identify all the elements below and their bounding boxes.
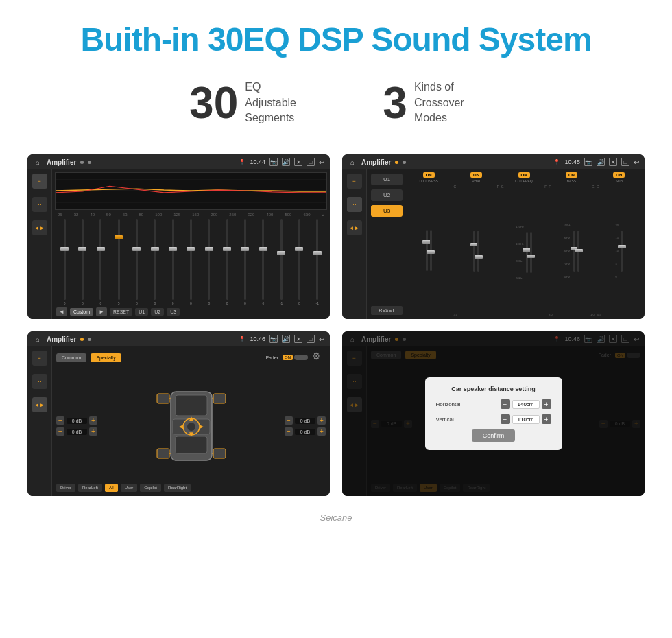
crossover-u1-btn[interactable]: U1 [371,174,403,185]
phat-track2[interactable] [477,231,479,272]
fader-track-13[interactable] [298,219,300,300]
fader-track-1[interactable] [82,219,84,300]
svg-rect-16 [157,449,169,458]
close-icon-3[interactable]: ✕ [294,335,302,343]
driver-btn-3[interactable]: Driver [56,484,75,492]
status-title-3: Amplifier [47,335,76,343]
home-icon-2[interactable]: ⌂ [348,157,357,167]
fader-track-11[interactable] [262,219,264,300]
fader-track-9[interactable] [226,219,228,300]
db-plus-tl[interactable]: + [89,416,97,425]
camera-icon-3[interactable]: 📷 [269,335,278,343]
specialty-btn-3[interactable]: Specialty [91,353,121,362]
fader-track-4[interactable] [136,219,138,300]
eq-prev-btn[interactable]: ◄ [56,307,67,316]
rearright-btn-3[interactable]: RearRight [164,484,191,492]
common-btn-3[interactable]: Common [56,353,86,362]
sidebar-speaker-icon-3[interactable]: ◄► [32,397,47,412]
fader-track-0[interactable] [64,219,66,300]
close-icon-2[interactable]: ✕ [609,158,617,166]
db-minus-tr[interactable]: − [285,416,293,425]
fader-col-8: 0 [201,219,217,305]
sub-track1[interactable] [621,231,623,272]
sidebar-eq-icon[interactable]: ≡ [32,174,47,189]
sidebar-eq-icon-2[interactable]: ≡ [347,174,362,189]
crossover-screen: U1 U2 U3 RESET ON LOUDNESS [370,172,642,316]
bass-track2[interactable] [577,231,579,272]
car-diagram: ◄ ► ▲ ▼ [101,368,280,484]
volume-icon-2[interactable]: 🔊 [597,158,605,166]
back-icon-2[interactable]: ↩ [634,158,639,166]
db-minus-bl[interactable]: − [56,427,64,436]
status-dot-3b [88,338,91,341]
stat-crossover: 3 Kinds ofCrossover Modes [348,80,517,126]
back-icon-3[interactable]: ↩ [319,335,324,343]
rearleft-btn-3[interactable]: RearLeft [78,484,102,492]
sidebar-eq-icon-3[interactable]: ≡ [32,351,47,366]
crossover-reset-btn[interactable]: RESET [371,306,403,315]
eq-next-btn[interactable]: ► [96,307,107,316]
eq-freq-labels: 2532 4050 6380 100125 160200 250320 4005… [55,213,327,217]
crossover-col-bass: ON BASS FG 100Hz 90Hz 80Hz 70Hz 60Hz [549,172,594,316]
camera-icon-1[interactable]: 📷 [269,158,278,166]
confirm-button[interactable]: Confirm [472,429,516,442]
eq-u3-btn[interactable]: U3 [167,308,180,316]
fader-track-3[interactable] [118,219,120,300]
volume-icon-1[interactable]: 🔊 [282,158,290,166]
fader-col-3: 5 [110,219,127,305]
fader-track-12[interactable] [280,219,283,300]
eq-reset-btn[interactable]: RESET [110,308,132,316]
db-plus-bl[interactable]: + [89,427,97,436]
window-icon-3[interactable]: □ [307,335,315,343]
eq-faders: 0 0 0 5 [55,219,327,305]
db-minus-tl[interactable]: − [56,416,64,425]
sidebar-wave-icon-3[interactable]: 〰 [32,374,47,389]
loudness-track2[interactable] [430,230,432,271]
close-icon-1[interactable]: ✕ [294,158,302,166]
copilot-btn-3[interactable]: Copilot [140,484,161,492]
dialog-horizontal-minus[interactable]: − [501,399,510,409]
sidebar-wave-icon[interactable]: 〰 [32,197,47,212]
fader-track-5[interactable] [154,219,156,300]
crossover-u3-btn[interactable]: U3 [371,205,403,217]
user-btn-3[interactable]: User [121,484,138,492]
home-icon-1[interactable]: ⌂ [33,157,43,167]
fader-col-13: 0 [291,219,307,305]
stat-crossover-desc: Kinds ofCrossover Modes [414,80,483,126]
db-plus-tr[interactable]: + [317,416,326,425]
home-icon-3[interactable]: ⌂ [33,334,43,344]
cutfreq-track2[interactable] [530,232,532,273]
window-icon-2[interactable]: □ [621,158,629,166]
fader-track-14[interactable] [316,219,318,300]
fader-track-8[interactable] [208,219,210,300]
speaker-layout: − 0 dB + − 0 dB + [56,368,326,484]
eq-u1-btn[interactable]: U1 [135,308,148,316]
dialog-horizontal-plus[interactable]: + [542,399,551,409]
fader-track-7[interactable] [190,219,192,300]
camera-icon-2[interactable]: 📷 [584,158,592,166]
speaker-controls-right: − 0 dB + − 0 dB + [285,416,326,436]
toggle-slider-3[interactable] [294,355,308,360]
crossover-u2-btn[interactable]: U2 [371,189,403,201]
db-minus-br[interactable]: − [285,427,293,436]
db-plus-br[interactable]: + [317,427,326,436]
fader-track-6[interactable] [172,219,174,300]
fader-track-2[interactable] [99,219,101,300]
all-btn-3[interactable]: All [105,484,118,492]
phat-track1[interactable] [473,231,475,272]
volume-icon-3[interactable]: 🔊 [282,335,290,343]
fader-col-5: 0 [147,219,163,305]
phat-label: PHAT [472,179,481,183]
crossover-col-sub: ON SUB G 20 15 10 5 0 [597,172,642,316]
sidebar-vol-icon-2[interactable]: ◄► [347,220,362,235]
sidebar-wave-icon-2[interactable]: 〰 [347,197,362,212]
window-icon-1[interactable]: □ [307,158,315,166]
cutfreq-track1[interactable] [526,232,528,273]
back-icon-1[interactable]: ↩ [319,158,324,166]
eq-u2-btn[interactable]: U2 [151,308,164,316]
dialog-vertical-minus[interactable]: − [501,414,510,424]
fader-track-10[interactable] [244,219,246,300]
dialog-vertical-plus[interactable]: + [542,414,551,424]
sidebar-vol-icon[interactable]: ◄► [32,220,47,235]
car-settings-icon[interactable]: ⚙ [312,351,326,364]
